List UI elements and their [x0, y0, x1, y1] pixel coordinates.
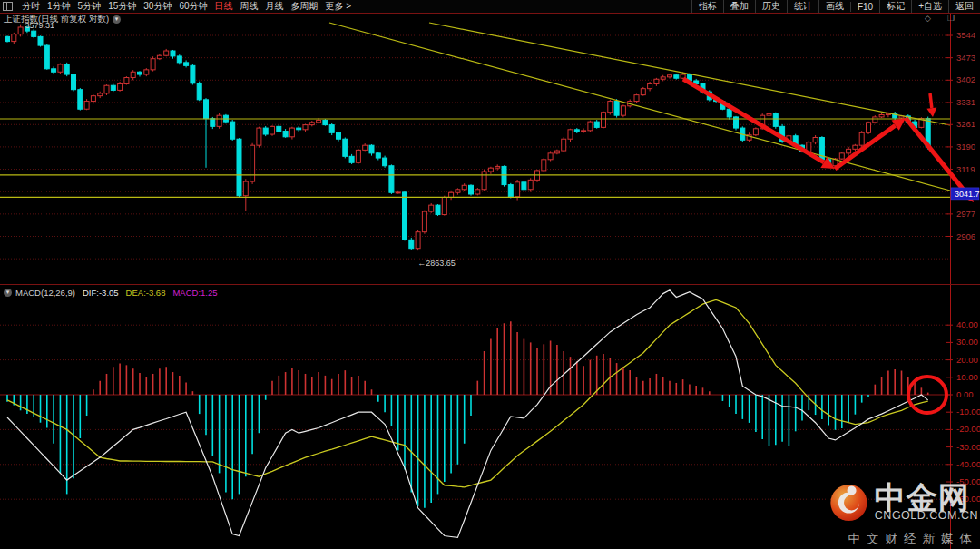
tab-weekly[interactable]: 周线 [240, 0, 259, 13]
tab-multi-period[interactable]: 多周期 [291, 0, 318, 13]
svg-text:3190: 3190 [956, 142, 975, 152]
svg-text:20.00: 20.00 [956, 355, 978, 365]
button-history[interactable]: 历史 [755, 0, 787, 13]
period-toolbar: 分时 1分钟 5分钟 15分钟 30分钟 60分钟 日线 周线 月线 多周期 更… [0, 0, 980, 13]
tab-30min[interactable]: 30分钟 [143, 0, 172, 13]
dif-value-label: DIF:-3.05 [83, 288, 119, 298]
main-chart-canvas[interactable]: 3579.31←2863.653544347334023331326131903… [0, 0, 980, 549]
panel-divider [0, 284, 980, 285]
svg-text:3544: 3544 [956, 30, 975, 40]
tab-monthly[interactable]: 月线 [266, 0, 284, 13]
tab-daily[interactable]: 日线 [215, 0, 233, 13]
button-overlay[interactable]: 叠加 [723, 0, 755, 13]
svg-text:10.00: 10.00 [956, 372, 978, 382]
button-draw-line[interactable]: 画线 [818, 0, 850, 13]
tab-fenshi[interactable]: 分时 [22, 0, 40, 13]
svg-text:30.00: 30.00 [956, 337, 978, 347]
svg-text:3331: 3331 [956, 97, 975, 107]
svg-text:-40.00: -40.00 [956, 459, 980, 469]
button-f10[interactable]: F10 [850, 2, 879, 12]
trading-app-window: 3579.31←2863.653544347334023331326131903… [0, 0, 980, 549]
svg-text:-20.00: -20.00 [956, 424, 980, 434]
button-stats[interactable]: 统计 [787, 0, 818, 13]
tab-more[interactable]: 更多 > [326, 0, 352, 13]
watermark-domain: CNGOLD.COM.CN [875, 509, 978, 522]
svg-text:3119: 3119 [956, 164, 975, 174]
dea-value-label: DEA:-3.68 [126, 288, 166, 298]
button-mark[interactable]: 标记 [879, 0, 911, 13]
cngold-watermark: 中金网 CNGOLD.COM.CN 中文财经新媒体 [828, 476, 978, 547]
cngold-logo-icon [828, 476, 869, 529]
tab-15min[interactable]: 15分钟 [108, 0, 136, 13]
price-axis: 35443473340233313261319031192977290640.0… [946, 13, 980, 549]
button-back[interactable]: 返回 [948, 0, 980, 13]
gridlines-layer [0, 35, 950, 499]
tab-60min[interactable]: 60分钟 [179, 0, 207, 13]
button-indicator[interactable]: 指标 [691, 0, 723, 13]
tab-5min[interactable]: 5分钟 [78, 0, 102, 13]
svg-text:3402: 3402 [956, 74, 975, 84]
macd-params-label: MACD(12,26,9) [15, 288, 75, 298]
drawn-lines-layer [0, 23, 950, 197]
svg-text:0.00: 0.00 [956, 389, 974, 399]
window-layout-icon[interactable] [3, 2, 13, 11]
svg-text:-30.00: -30.00 [956, 442, 980, 452]
current-price-marker: 3041.7 [951, 188, 980, 200]
svg-text:3261: 3261 [956, 119, 975, 129]
tab-1min[interactable]: 1分钟 [47, 0, 71, 13]
macd-header: ▾ MACD(12,26,9) DIF:-3.05 DEA:-3.68 MACD… [4, 288, 218, 298]
diamond-icon[interactable]: ◇ [925, 14, 931, 23]
header-right-icons: ◇ ❐ [925, 14, 955, 23]
macd-collapse-icon[interactable]: ▾ [4, 289, 12, 297]
watermark-tagline: 中文财经新媒体 [828, 531, 978, 547]
tools-group: 指标 叠加 历史 统计 画线 F10 标记 +自选 返回 [691, 0, 980, 13]
svg-text:3041.7: 3041.7 [955, 190, 980, 199]
panes-icon[interactable]: ❐ [947, 14, 955, 23]
toolbar-divider [0, 13, 980, 14]
svg-text:←2863.65: ←2863.65 [417, 259, 456, 268]
watermark-brand: 中金网 [875, 484, 978, 511]
collapse-chevron-icon[interactable]: ▾ [113, 15, 121, 24]
svg-text:40.00: 40.00 [956, 319, 978, 329]
svg-text:2977: 2977 [956, 209, 975, 219]
svg-text:3473: 3473 [956, 53, 975, 63]
macd-layer [7, 290, 928, 538]
svg-text:2906: 2906 [956, 231, 975, 241]
instrument-header: 上证指数(日线 前复权 对数) ▾ [4, 14, 121, 25]
instrument-title: 上证指数(日线 前复权 对数) [4, 14, 109, 25]
button-add-watchlist[interactable]: +自选 [911, 0, 948, 13]
svg-text:-10.00: -10.00 [956, 407, 980, 417]
macd-value-label: MACD:1.25 [172, 288, 217, 298]
